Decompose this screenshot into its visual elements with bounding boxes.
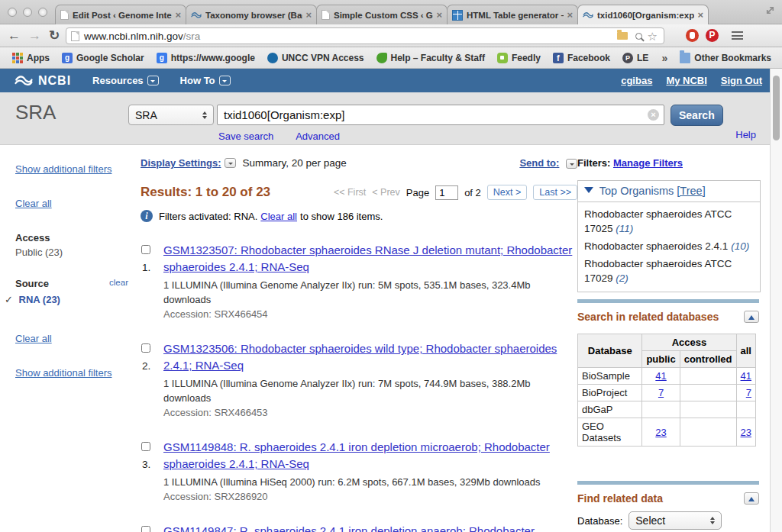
result-checkbox[interactable] (141, 526, 150, 532)
access-filter-value[interactable]: Public (23) (15, 247, 141, 258)
bookmark-vpn[interactable]: UNCC VPN Access (267, 53, 364, 63)
bookmark-facebook[interactable]: f Facebook (553, 53, 610, 63)
search-result: 1. GSM1323507: Rhodobacter sphaeroides R… (141, 242, 577, 320)
clear-all-filters-link[interactable]: Clear all (260, 211, 297, 222)
bookmark-star-icon[interactable]: ☆ (648, 31, 658, 42)
address-bar[interactable]: www.ncbi.nlm.nih.gov /sra ☆ (66, 27, 664, 44)
tree-link[interactable]: [Tree] (677, 185, 705, 197)
bookmark-help-faculty[interactable]: Help – Faculty & Staff (376, 53, 485, 63)
triangle-down-icon[interactable] (584, 187, 593, 198)
first-page-link[interactable]: << First (334, 187, 366, 198)
user-account-link[interactable]: cgibas (621, 75, 652, 86)
all-count-link[interactable]: 41 (741, 370, 751, 382)
database-select[interactable]: SRA (128, 105, 214, 125)
resources-menu[interactable]: Resources (92, 75, 158, 86)
my-ncbi-link[interactable]: My NCBI (666, 75, 706, 86)
bookmark-apps[interactable]: Apps (12, 53, 50, 63)
all-count-link[interactable]: 23 (741, 427, 751, 438)
window-zoom-button[interactable] (38, 8, 47, 17)
bookmark-google[interactable]: g https://www.google (157, 53, 255, 63)
collapse-section-button[interactable] (744, 311, 759, 323)
public-count-link[interactable]: 7 (658, 387, 664, 398)
next-page-link[interactable]: Next > (487, 185, 527, 200)
search-input[interactable] (217, 105, 664, 125)
result-title-link[interactable]: GSM1149847: R. sphaeroides 2.4.1 iron de… (163, 523, 577, 532)
browser-tab[interactable]: Taxonomy browser (Bac × (186, 5, 317, 24)
result-title-link[interactable]: GSM1323506: Rhodobacter sphaeroides wild… (163, 340, 577, 374)
how-to-menu[interactable]: How To (180, 75, 231, 86)
result-title-link[interactable]: GSM1323507: Rhodobacter sphaeroides RNas… (163, 242, 577, 276)
find-related-data-title: Find related data (577, 492, 663, 505)
organism-filter-item[interactable]: Rhodobacter sphaeroides ATCC 17029 (2) (578, 255, 760, 287)
chevron-down-icon[interactable] (225, 158, 236, 168)
controlled-count (680, 368, 736, 385)
database-name: BioSample (578, 368, 642, 385)
adblock-icon[interactable] (686, 29, 699, 42)
bookmark-google-scholar[interactable]: g Google Scholar (62, 53, 144, 63)
result-checkbox[interactable] (141, 245, 150, 254)
page-scrollbar[interactable] (770, 69, 782, 532)
chrome-menu-icon[interactable] (732, 30, 743, 42)
ncbi-header: NCBI Resources How To cgibas My NCBI Sig… (0, 69, 782, 92)
forward-button[interactable]: → (28, 29, 41, 42)
clear-search-icon[interactable]: × (648, 109, 659, 121)
back-button[interactable]: ← (8, 29, 21, 42)
window-close-button[interactable] (8, 8, 17, 17)
fullscreen-icon[interactable] (764, 5, 776, 19)
bookmark-le[interactable]: P LE (622, 53, 648, 63)
tab-close-icon[interactable]: × (697, 9, 703, 21)
browser-tab[interactable]: HTML Table generator – × (447, 5, 578, 24)
related-database-select[interactable]: Select (629, 511, 722, 530)
window-minimize-button[interactable] (23, 8, 32, 17)
collapse-section-button[interactable] (744, 492, 759, 505)
last-page-link[interactable]: Last >> (533, 185, 577, 200)
result-title-link[interactable]: GSM1149848: R. sphaeroides 2.4.1 iron de… (163, 439, 577, 472)
chevron-down-icon[interactable] (566, 159, 577, 169)
advanced-search-link[interactable]: Advanced (296, 131, 340, 142)
other-bookmarks[interactable]: Other Bookmarks (680, 53, 771, 63)
tab-close-icon[interactable]: × (175, 9, 181, 21)
reload-button[interactable]: ↻ (49, 29, 60, 42)
table-row: dbGaP (578, 401, 756, 418)
bookmark-folder-icon[interactable] (617, 32, 628, 40)
zoom-icon[interactable] (635, 33, 642, 40)
page-number-input[interactable] (435, 185, 458, 200)
organism-count[interactable]: (10) (731, 240, 749, 252)
clear-all-filters-link[interactable]: Clear all (15, 198, 52, 209)
browser-tab-active[interactable]: txid1060[Organism:exp × (577, 5, 709, 24)
public-count-link[interactable]: 41 (655, 370, 666, 382)
all-count-link[interactable]: 7 (746, 387, 751, 398)
show-additional-filters-link[interactable]: Show additional filters (15, 367, 111, 379)
browser-tab[interactable]: Edit Post ‹ Genome Intel × (55, 5, 186, 24)
source-rna-filter[interactable]: ✓ RNA (23) (15, 294, 141, 305)
organism-count[interactable]: (2) (616, 272, 629, 284)
ncbi-logo[interactable]: NCBI (14, 74, 71, 88)
prev-page-link[interactable]: < Prev (372, 187, 399, 198)
page-icon (71, 31, 79, 41)
scrollbar-thumb[interactable] (773, 76, 780, 140)
bookmarks-overflow-chevron[interactable]: » (662, 52, 668, 64)
organism-filter-item[interactable]: Rhodobacter sphaeroides 2.4.1 (10) (578, 237, 760, 255)
save-search-link[interactable]: Save search (218, 131, 273, 142)
manage-filters-link[interactable]: Manage Filters (613, 157, 683, 169)
sign-out-link[interactable]: Sign Out (721, 75, 762, 86)
tab-close-icon[interactable]: × (436, 9, 442, 21)
browser-tab[interactable]: Simple Custom CSS ‹ Ge × (316, 5, 448, 24)
public-count-link[interactable]: 23 (655, 427, 666, 438)
pinterest-icon[interactable]: P (706, 29, 719, 42)
tab-close-icon[interactable]: × (567, 9, 573, 21)
search-button[interactable]: Search (671, 105, 723, 126)
organism-count[interactable]: (11) (616, 223, 633, 234)
all-count (736, 401, 755, 418)
result-checkbox[interactable] (141, 442, 150, 451)
clear-all-filters-link[interactable]: Clear all (15, 333, 52, 344)
result-checkbox[interactable] (141, 343, 150, 353)
help-link[interactable]: Help (735, 129, 756, 140)
display-settings-link[interactable]: Display Settings: (141, 157, 221, 169)
organism-filter-item[interactable]: Rhodobacter sphaeroides ATCC 17025 (11) (578, 205, 760, 237)
tab-close-icon[interactable]: × (305, 9, 312, 21)
source-clear-link[interactable]: clear (109, 278, 128, 289)
show-additional-filters-link[interactable]: Show additional filters (15, 163, 111, 175)
bookmark-feedly[interactable]: Feedly (497, 53, 541, 63)
send-to-link[interactable]: Send to: (519, 157, 559, 169)
